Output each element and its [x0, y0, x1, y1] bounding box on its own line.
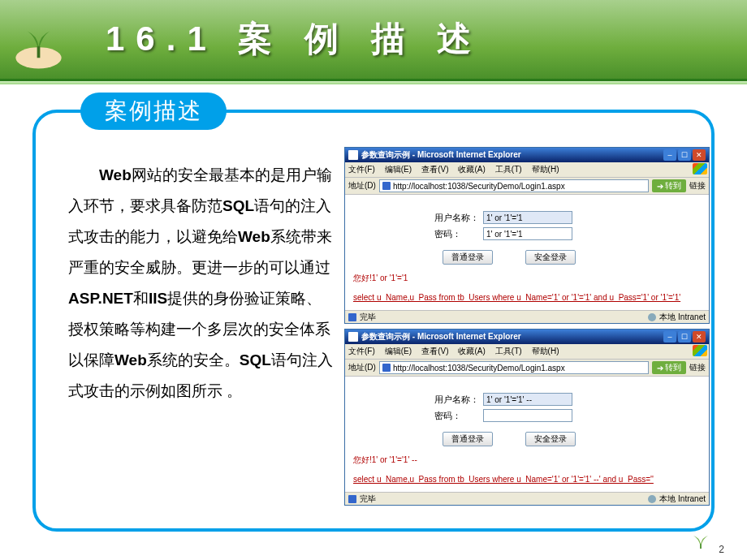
page-number: 2	[719, 544, 724, 555]
username-label: 用户名称：	[434, 212, 483, 224]
url-text: http://localhost:1038/SecurityDemo/Login…	[393, 182, 565, 191]
zone-text: 本地 Intranet	[659, 493, 706, 505]
windows-logo-icon	[693, 163, 707, 174]
sprout-icon	[689, 526, 713, 550]
username-input[interactable]: 1' or '1'='1	[483, 211, 572, 224]
topic-pill: 案例描述	[80, 93, 227, 130]
body-paragraph: Web网站的安全最基本的是用户输入环节，要求具备防范SQL语句的注入式攻击的能力…	[68, 160, 336, 407]
svg-rect-1	[37, 46, 41, 58]
button-row: 普通登录 安全登录	[353, 432, 701, 446]
menu-tools[interactable]: 工具(T)	[495, 164, 522, 175]
menu-edit[interactable]: 编辑(E)	[385, 346, 412, 357]
username-input[interactable]: 1' or '1'='1' --	[483, 393, 572, 406]
zone-icon	[648, 495, 656, 503]
status-text: 完毕	[360, 493, 376, 505]
secure-login-button[interactable]: 安全登录	[525, 432, 576, 446]
address-input[interactable]: http://localhost:1038/SecurityDemo/Login…	[379, 179, 649, 192]
status-text: 完毕	[360, 312, 376, 323]
menu-view[interactable]: 查看(V)	[421, 346, 448, 357]
menu-view[interactable]: 查看(V)	[421, 164, 448, 175]
password-label: 密码：	[434, 410, 483, 422]
url-text: http://localhost:1038/SecurityDemo/Login…	[393, 364, 565, 373]
menu-help[interactable]: 帮助(H)	[532, 164, 559, 175]
ie-content-area: 用户名称： 1' or '1'='1' -- 密码： 普通登录 安全登录 您好!…	[345, 377, 709, 492]
done-icon	[348, 495, 356, 503]
password-row: 密码： 1' or '1'='1	[353, 227, 701, 240]
menu-favorites[interactable]: 收藏(A)	[458, 346, 485, 357]
ie-page-icon	[348, 150, 358, 160]
go-button[interactable]: ➔ 转到	[652, 179, 686, 192]
username-label: 用户名称：	[434, 394, 483, 406]
ie-statusbar: 完毕 本地 Intranet	[345, 492, 709, 505]
password-label: 密码：	[434, 228, 483, 240]
menu-favorites[interactable]: 收藏(A)	[458, 164, 485, 175]
normal-login-button[interactable]: 普通登录	[443, 250, 493, 265]
hands-sprout-image	[8, 12, 69, 73]
ie-window-1: 参数查询示例 - Microsoft Internet Explorer – ☐…	[344, 147, 710, 324]
content-frame: 案例描述 Web网站的安全最基本的是用户输入环节，要求具备防范SQL语句的注入式…	[32, 110, 715, 532]
close-button[interactable]: ✕	[693, 149, 706, 161]
svg-rect-2	[700, 544, 702, 549]
username-row: 用户名称： 1' or '1'='1' --	[353, 393, 701, 406]
menu-file[interactable]: 文件(F)	[348, 164, 375, 175]
normal-login-button[interactable]: 普通登录	[443, 432, 493, 446]
ie-titlebar: 参数查询示例 - Microsoft Internet Explorer – ☐…	[345, 330, 709, 344]
address-label: 地址(D)	[348, 362, 376, 373]
menu-tools[interactable]: 工具(T)	[495, 346, 522, 357]
address-label: 地址(D)	[348, 180, 376, 192]
password-row: 密码：	[353, 409, 701, 422]
ie-page-icon	[382, 364, 391, 372]
zone-icon	[648, 313, 656, 321]
links-label[interactable]: 链接	[689, 362, 706, 373]
ie-page-icon	[348, 332, 358, 342]
password-input[interactable]: 1' or '1'='1	[483, 227, 572, 240]
username-row: 用户名称： 1' or '1'='1	[353, 211, 701, 224]
section-title: 16.1 案 例 描 述	[106, 16, 482, 62]
slide-header: 16.1 案 例 描 述	[0, 0, 747, 81]
greeting-text: 您好!1' or '1'='1	[353, 273, 701, 284]
windows-logo-icon	[693, 345, 707, 356]
ie-menubar: 文件(F) 编辑(E) 查看(V) 收藏(A) 工具(T) 帮助(H)	[345, 344, 709, 360]
minimize-button[interactable]: –	[663, 149, 676, 161]
links-label[interactable]: 链接	[689, 180, 706, 192]
address-input[interactable]: http://localhost:1038/SecurityDemo/Login…	[379, 361, 649, 374]
window-title: 参数查询示例 - Microsoft Internet Explorer	[361, 149, 662, 161]
close-button[interactable]: ✕	[693, 331, 706, 342]
button-row: 普通登录 安全登录	[353, 250, 701, 265]
ie-content-area: 用户名称： 1' or '1'='1 密码： 1' or '1'='1 普通登录…	[345, 195, 709, 310]
sql-output: select u_Name,u_Pass from tb_Users where…	[353, 292, 701, 304]
maximize-button[interactable]: ☐	[678, 149, 691, 161]
password-input[interactable]	[483, 409, 572, 422]
ie-page-icon	[382, 182, 391, 190]
ie-menubar: 文件(F) 编辑(E) 查看(V) 收藏(A) 工具(T) 帮助(H)	[345, 162, 709, 178]
greeting-text: 您好!1' or '1'='1' --	[353, 454, 701, 466]
sql-output: select u_Name,u_Pass from tb_Users where…	[353, 474, 701, 485]
banner-divider	[0, 81, 747, 84]
menu-file[interactable]: 文件(F)	[348, 346, 375, 357]
go-button[interactable]: ➔ 转到	[652, 361, 686, 374]
ie-addressbar: 地址(D) http://localhost:1038/SecurityDemo…	[345, 360, 709, 377]
done-icon	[348, 313, 356, 321]
menu-edit[interactable]: 编辑(E)	[385, 164, 412, 175]
ie-addressbar: 地址(D) http://localhost:1038/SecurityDemo…	[345, 178, 709, 195]
window-title: 参数查询示例 - Microsoft Internet Explorer	[361, 331, 662, 342]
secure-login-button[interactable]: 安全登录	[525, 250, 576, 265]
maximize-button[interactable]: ☐	[678, 331, 691, 342]
minimize-button[interactable]: –	[663, 331, 676, 342]
ie-titlebar: 参数查询示例 - Microsoft Internet Explorer – ☐…	[345, 148, 709, 162]
menu-help[interactable]: 帮助(H)	[532, 346, 559, 357]
ie-statusbar: 完毕 本地 Intranet	[345, 310, 709, 323]
zone-text: 本地 Intranet	[659, 312, 706, 323]
screenshot-stack: 参数查询示例 - Microsoft Internet Explorer – ☐…	[344, 147, 710, 506]
ie-window-2: 参数查询示例 - Microsoft Internet Explorer – ☐…	[344, 329, 710, 506]
